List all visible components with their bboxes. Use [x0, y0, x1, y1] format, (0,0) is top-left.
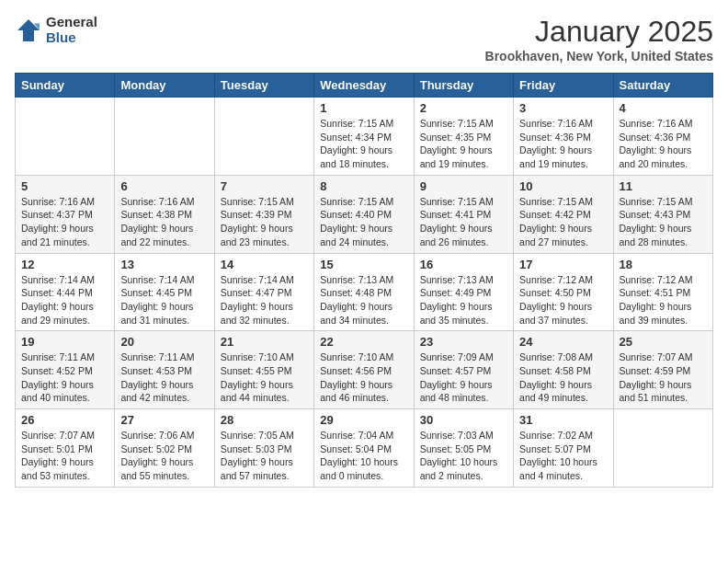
logo: General Blue	[15, 15, 97, 45]
day-info: Sunrise: 7:07 AMSunset: 4:59 PMDaylight:…	[620, 350, 707, 405]
day-info: Sunrise: 7:04 AMSunset: 5:04 PMDaylight:…	[320, 429, 407, 483]
calendar-week-5: 26Sunrise: 7:07 AMSunset: 5:01 PMDayligh…	[16, 409, 713, 488]
day-number: 22	[320, 335, 407, 349]
day-info: Sunrise: 7:09 AMSunset: 4:57 PMDaylight:…	[420, 350, 507, 405]
calendar-cell: 1Sunrise: 7:15 AMSunset: 4:34 PMDaylight…	[314, 98, 414, 176]
page-header: General Blue January 2025 Brookhaven, Ne…	[15, 15, 713, 63]
title-block: January 2025 Brookhaven, New York, Unite…	[485, 15, 713, 63]
calendar-cell: 18Sunrise: 7:12 AMSunset: 4:51 PMDayligh…	[613, 253, 712, 331]
day-number: 16	[420, 258, 507, 271]
header-row: SundayMondayTuesdayWednesdayThursdayFrid…	[16, 74, 713, 98]
calendar-cell: 10Sunrise: 7:15 AMSunset: 4:42 PMDayligh…	[514, 175, 613, 253]
calendar-cell	[214, 98, 313, 176]
day-header-tuesday: Tuesday	[214, 74, 313, 98]
day-number: 2	[420, 101, 507, 115]
calendar-week-4: 19Sunrise: 7:11 AMSunset: 4:52 PMDayligh…	[16, 331, 713, 409]
day-number: 20	[120, 335, 208, 349]
day-number: 15	[320, 258, 407, 271]
calendar-cell: 12Sunrise: 7:14 AMSunset: 4:44 PMDayligh…	[16, 253, 115, 331]
day-number: 9	[420, 179, 507, 193]
day-number: 10	[519, 179, 607, 193]
day-number: 21	[221, 335, 308, 349]
day-info: Sunrise: 7:12 AMSunset: 4:51 PMDaylight:…	[620, 273, 707, 327]
calendar-cell: 8Sunrise: 7:15 AMSunset: 4:40 PMDaylight…	[314, 175, 414, 253]
day-header-monday: Monday	[115, 74, 214, 98]
day-number: 6	[120, 179, 208, 193]
calendar-cell: 20Sunrise: 7:11 AMSunset: 4:53 PMDayligh…	[115, 331, 214, 409]
day-info: Sunrise: 7:07 AMSunset: 5:01 PMDaylight:…	[21, 429, 108, 483]
calendar-cell: 6Sunrise: 7:16 AMSunset: 4:38 PMDaylight…	[115, 175, 214, 253]
calendar-cell: 30Sunrise: 7:03 AMSunset: 5:05 PMDayligh…	[414, 409, 513, 488]
calendar-cell: 13Sunrise: 7:14 AMSunset: 4:45 PMDayligh…	[115, 253, 214, 331]
logo-blue-text: Blue	[46, 30, 97, 46]
day-number: 7	[221, 179, 308, 193]
day-header-friday: Friday	[514, 74, 613, 98]
calendar-cell: 11Sunrise: 7:15 AMSunset: 4:43 PMDayligh…	[613, 175, 712, 253]
day-header-wednesday: Wednesday	[314, 74, 414, 98]
day-info: Sunrise: 7:12 AMSunset: 4:50 PMDaylight:…	[519, 273, 607, 327]
day-number: 30	[420, 413, 507, 427]
day-info: Sunrise: 7:16 AMSunset: 4:38 PMDaylight:…	[120, 195, 208, 249]
calendar-cell	[16, 98, 115, 176]
logo-text: General Blue	[46, 15, 97, 45]
day-number: 19	[21, 335, 108, 349]
day-number: 8	[320, 179, 407, 193]
calendar-cell: 28Sunrise: 7:05 AMSunset: 5:03 PMDayligh…	[214, 409, 313, 488]
day-info: Sunrise: 7:14 AMSunset: 4:44 PMDaylight:…	[21, 273, 108, 327]
day-info: Sunrise: 7:10 AMSunset: 4:55 PMDaylight:…	[221, 350, 308, 405]
day-number: 25	[620, 335, 707, 349]
day-number: 17	[519, 258, 607, 271]
day-info: Sunrise: 7:16 AMSunset: 4:36 PMDaylight:…	[620, 117, 707, 171]
day-info: Sunrise: 7:16 AMSunset: 4:36 PMDaylight:…	[519, 117, 607, 171]
day-info: Sunrise: 7:15 AMSunset: 4:35 PMDaylight:…	[420, 117, 507, 171]
calendar-cell: 15Sunrise: 7:13 AMSunset: 4:48 PMDayligh…	[314, 253, 414, 331]
day-info: Sunrise: 7:02 AMSunset: 5:07 PMDaylight:…	[519, 429, 607, 483]
day-info: Sunrise: 7:06 AMSunset: 5:02 PMDaylight:…	[120, 429, 208, 483]
day-info: Sunrise: 7:05 AMSunset: 5:03 PMDaylight:…	[221, 429, 308, 483]
day-number: 4	[620, 101, 707, 115]
day-info: Sunrise: 7:15 AMSunset: 4:34 PMDaylight:…	[320, 117, 407, 171]
calendar-cell: 16Sunrise: 7:13 AMSunset: 4:49 PMDayligh…	[414, 253, 513, 331]
month-title: January 2025	[485, 15, 713, 49]
calendar-cell: 21Sunrise: 7:10 AMSunset: 4:55 PMDayligh…	[214, 331, 313, 409]
day-header-thursday: Thursday	[414, 74, 513, 98]
day-number: 12	[21, 258, 108, 271]
calendar-cell: 26Sunrise: 7:07 AMSunset: 5:01 PMDayligh…	[16, 409, 115, 488]
day-number: 18	[620, 258, 707, 271]
day-number: 26	[21, 413, 108, 427]
day-number: 14	[221, 258, 308, 271]
day-number: 23	[420, 335, 507, 349]
calendar-cell: 25Sunrise: 7:07 AMSunset: 4:59 PMDayligh…	[613, 331, 712, 409]
calendar-cell	[115, 98, 214, 176]
calendar-cell: 7Sunrise: 7:15 AMSunset: 4:39 PMDaylight…	[214, 175, 313, 253]
calendar-cell: 2Sunrise: 7:15 AMSunset: 4:35 PMDaylight…	[414, 98, 513, 176]
calendar-cell: 4Sunrise: 7:16 AMSunset: 4:36 PMDaylight…	[613, 98, 712, 176]
calendar-cell: 9Sunrise: 7:15 AMSunset: 4:41 PMDaylight…	[414, 175, 513, 253]
day-header-saturday: Saturday	[613, 74, 712, 98]
day-info: Sunrise: 7:15 AMSunset: 4:43 PMDaylight:…	[620, 195, 707, 249]
calendar-cell: 19Sunrise: 7:11 AMSunset: 4:52 PMDayligh…	[16, 331, 115, 409]
day-info: Sunrise: 7:10 AMSunset: 4:56 PMDaylight:…	[320, 350, 407, 405]
day-number: 27	[120, 413, 208, 427]
day-number: 28	[221, 413, 308, 427]
day-header-sunday: Sunday	[16, 74, 115, 98]
calendar-week-2: 5Sunrise: 7:16 AMSunset: 4:37 PMDaylight…	[16, 175, 713, 253]
svg-marker-0	[17, 19, 40, 41]
calendar-cell: 29Sunrise: 7:04 AMSunset: 5:04 PMDayligh…	[314, 409, 414, 488]
day-info: Sunrise: 7:15 AMSunset: 4:39 PMDaylight:…	[221, 195, 308, 249]
day-number: 31	[519, 413, 607, 427]
calendar-cell: 31Sunrise: 7:02 AMSunset: 5:07 PMDayligh…	[514, 409, 613, 488]
day-info: Sunrise: 7:08 AMSunset: 4:58 PMDaylight:…	[519, 350, 607, 405]
calendar-cell	[613, 409, 712, 488]
calendar-cell: 22Sunrise: 7:10 AMSunset: 4:56 PMDayligh…	[314, 331, 414, 409]
day-info: Sunrise: 7:14 AMSunset: 4:45 PMDaylight:…	[120, 273, 208, 327]
calendar-cell: 17Sunrise: 7:12 AMSunset: 4:50 PMDayligh…	[514, 253, 613, 331]
day-info: Sunrise: 7:11 AMSunset: 4:53 PMDaylight:…	[120, 350, 208, 405]
calendar-cell: 3Sunrise: 7:16 AMSunset: 4:36 PMDaylight…	[514, 98, 613, 176]
logo-general-text: General	[46, 15, 97, 30]
day-number: 11	[620, 179, 707, 193]
day-info: Sunrise: 7:15 AMSunset: 4:40 PMDaylight:…	[320, 195, 407, 249]
calendar-cell: 14Sunrise: 7:14 AMSunset: 4:47 PMDayligh…	[214, 253, 313, 331]
calendar-table: SundayMondayTuesdayWednesdayThursdayFrid…	[15, 73, 713, 488]
calendar-week-3: 12Sunrise: 7:14 AMSunset: 4:44 PMDayligh…	[16, 253, 713, 331]
